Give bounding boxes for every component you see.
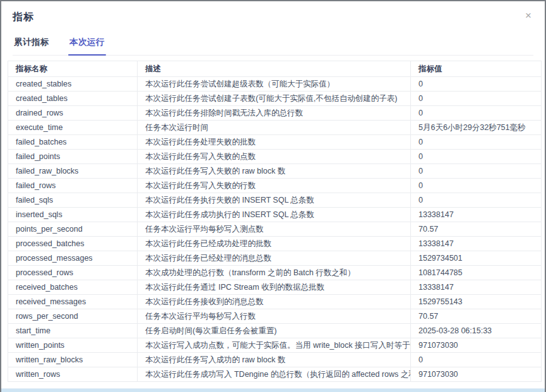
table-header-row: 指标名称 描述 指标值 (8, 61, 542, 77)
metric-name-cell: failed_rows (8, 179, 138, 193)
metric-description-cell: 本次成功处理的总行数（transform 之前的 Batch 行数之和） (138, 266, 411, 280)
metric-value-cell: 13338147 (411, 280, 542, 295)
metric-value-cell: 70.57 (411, 222, 542, 237)
metric-description-cell: 本次运行此任务写入成功的 raw block 数 (138, 353, 411, 367)
metric-description-cell: 本次运行此任务处理失败的批数 (138, 135, 411, 150)
table-row: execute_time任务本次运行时间5月6天6小时29分32秒751毫秒 (8, 121, 542, 135)
metric-description-cell: 任务本次运行平均每秒写入测点数 (138, 222, 411, 237)
metric-name-cell: created_stables (8, 77, 138, 92)
column-header-metric-value: 指标值 (411, 61, 542, 77)
metric-description-cell: 本次运行此任务尝试创建子表数(可能大于实际值,不包括自动创建的子表) (138, 92, 411, 106)
metric-value-cell: 70.57 (411, 309, 542, 324)
page-title: 指标 (13, 11, 533, 24)
metric-value-cell: 1529734501 (411, 251, 542, 266)
metric-value-cell: 1081744785 (411, 266, 542, 280)
table-row: written_rows本次运行此任务成功写入 TDengine 的总行数（执行… (8, 367, 542, 382)
metric-description-cell: 本次运行此任务写入失败的 raw block 数 (138, 164, 411, 179)
metric-name-cell: rows_per_second (8, 309, 138, 324)
metric-value-cell: 0 (411, 150, 542, 164)
metric-value-cell: 0 (411, 193, 542, 208)
metric-name-cell: received_batches (8, 280, 138, 295)
metric-name-cell: inserted_sqls (8, 208, 138, 222)
metric-description-cell: 本次运行此任务接收到的消息总数 (138, 295, 411, 309)
metric-description-cell: 任务本次运行时间 (138, 121, 411, 135)
column-header-description: 描述 (138, 61, 411, 77)
table-row: created_tables本次运行此任务尝试创建子表数(可能大于实际值,不包括… (8, 92, 542, 106)
metric-value-cell: 13338147 (411, 237, 542, 251)
table-row: drained_rows本次运行此任务排除时间戳无法入库的总行数0 (8, 106, 542, 121)
metric-name-cell: failed_raw_blocks (8, 164, 138, 179)
table-row: start_time任务启动时间(每次重启任务会被重置)2025-03-28 0… (8, 324, 542, 338)
metric-value-cell: 0 (411, 179, 542, 193)
table-row: inserted_sqls本次运行此任务成功执行的 INSERT SQL 总条数… (8, 208, 542, 222)
metric-name-cell: created_tables (8, 92, 138, 106)
metric-name-cell: processed_messages (8, 251, 138, 266)
metric-value-cell: 13338147 (411, 208, 542, 222)
metric-name-cell: execute_time (8, 121, 138, 135)
metric-description-cell: 本次运行写入成功点数，可能大于实际值。当用 write_block 接口写入时等… (138, 338, 411, 353)
bottom-edge-strip (1, 388, 545, 392)
metric-name-cell: written_rows (8, 367, 138, 382)
column-header-metric-name: 指标名称 (8, 61, 138, 77)
metric-value-cell: 2025-03-28 06:15:33 (411, 324, 542, 338)
metric-description-cell: 本次运行此任务已经处理的消息总数 (138, 251, 411, 266)
metric-description-cell: 本次运行此任务写入失败的点数 (138, 150, 411, 164)
metric-value-cell: 971073030 (411, 338, 542, 353)
metrics-table-body: created_stables本次运行此任务尝试创建超级表数（可能大于实际值）0… (8, 77, 542, 382)
metric-name-cell: failed_points (8, 150, 138, 164)
modal-header: 指标 × (1, 1, 545, 24)
metric-value-cell: 0 (411, 77, 542, 92)
metric-value-cell: 5月6天6小时29分32秒751毫秒 (411, 121, 542, 135)
table-row: failed_rows本次运行此任务写入失败的行数0 (8, 179, 542, 193)
metric-name-cell: failed_batches (8, 135, 138, 150)
table-row: failed_sqls本次运行此任务执行失败的 INSERT SQL 总条数0 (8, 193, 542, 208)
table-row: failed_points本次运行此任务写入失败的点数0 (8, 150, 542, 164)
metric-description-cell: 本次运行此任务已经成功处理的批数 (138, 237, 411, 251)
metric-name-cell: start_time (8, 324, 138, 338)
tab-bar: 累计指标 本次运行 (13, 35, 533, 56)
table-row: failed_batches本次运行此任务处理失败的批数0 (8, 135, 542, 150)
metric-description-cell: 本次运行此任务成功执行的 INSERT SQL 总条数 (138, 208, 411, 222)
metric-name-cell: written_raw_blocks (8, 353, 138, 367)
metrics-modal: 指标 × 累计指标 本次运行 指标名称 描述 指标值 created_stabl… (0, 0, 546, 392)
metric-value-cell: 1529755143 (411, 295, 542, 309)
metric-name-cell: received_messages (8, 295, 138, 309)
table-row: received_messages本次运行此任务接收到的消息总数15297551… (8, 295, 542, 309)
metric-name-cell: points_per_second (8, 222, 138, 237)
metric-value-cell: 0 (411, 92, 542, 106)
tab-cumulative-metrics[interactable]: 累计指标 (13, 35, 50, 55)
table-row: received_batches本次运行此任务通过 IPC Stream 收到的… (8, 280, 542, 295)
metric-name-cell: processed_batches (8, 237, 138, 251)
table-row: written_points本次运行写入成功点数，可能大于实际值。当用 writ… (8, 338, 542, 353)
table-row: processed_rows本次成功处理的总行数（transform 之前的 B… (8, 266, 542, 280)
metric-name-cell: failed_sqls (8, 193, 138, 208)
close-icon[interactable]: × (522, 10, 535, 23)
metric-description-cell: 本次运行此任务成功写入 TDengine 的总行数（执行返回的 affected… (138, 367, 411, 382)
metric-name-cell: written_points (8, 338, 138, 353)
metric-name-cell: processed_rows (8, 266, 138, 280)
tab-current-run[interactable]: 本次运行 (68, 35, 106, 55)
table-row: written_raw_blocks本次运行此任务写入成功的 raw block… (8, 353, 542, 367)
metric-description-cell: 任务本次运行平均每秒写入行数 (138, 309, 411, 324)
metric-description-cell: 任务启动时间(每次重启任务会被重置) (138, 324, 411, 338)
table-row: failed_raw_blocks本次运行此任务写入失败的 raw block … (8, 164, 542, 179)
metric-description-cell: 本次运行此任务写入失败的行数 (138, 179, 411, 193)
table-row: rows_per_second任务本次运行平均每秒写入行数70.57 (8, 309, 542, 324)
metric-description-cell: 本次运行此任务通过 IPC Stream 收到的数据总批数 (138, 280, 411, 295)
table-row: processed_batches本次运行此任务已经成功处理的批数1333814… (8, 237, 542, 251)
metric-value-cell: 0 (411, 353, 542, 367)
metrics-table: 指标名称 描述 指标值 created_stables本次运行此任务尝试创建超级… (8, 61, 542, 382)
metric-description-cell: 本次运行此任务执行失败的 INSERT SQL 总条数 (138, 193, 411, 208)
table-row: processed_messages本次运行此任务已经处理的消息总数152973… (8, 251, 542, 266)
metric-description-cell: 本次运行此任务尝试创建超级表数（可能大于实际值） (138, 77, 411, 92)
metric-value-cell: 0 (411, 164, 542, 179)
metric-value-cell: 971073030 (411, 367, 542, 382)
metric-name-cell: drained_rows (8, 106, 138, 121)
table-row: points_per_second任务本次运行平均每秒写入测点数70.57 (8, 222, 542, 237)
metric-description-cell: 本次运行此任务排除时间戳无法入库的总行数 (138, 106, 411, 121)
metrics-table-wrap: 指标名称 描述 指标值 created_stables本次运行此任务尝试创建超级… (8, 61, 538, 382)
table-row: created_stables本次运行此任务尝试创建超级表数（可能大于实际值）0 (8, 77, 542, 92)
metric-value-cell: 0 (411, 106, 542, 121)
metric-value-cell: 0 (411, 135, 542, 150)
